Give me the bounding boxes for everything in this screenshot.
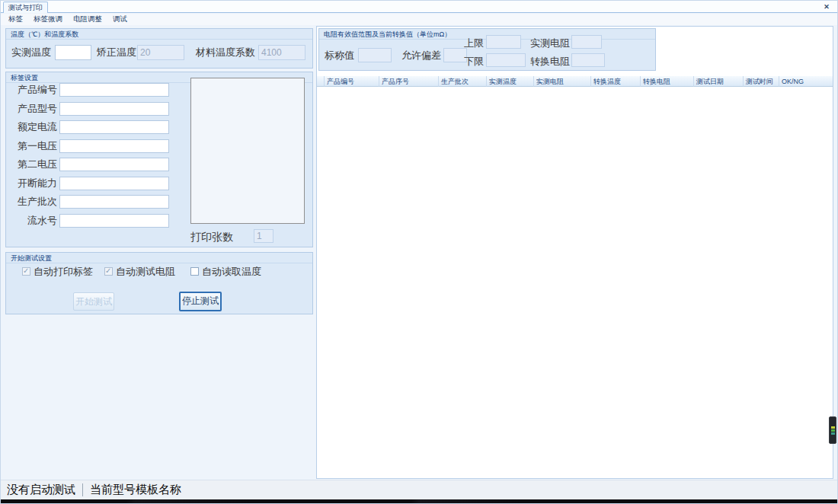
col-production-batch[interactable]: 生产批次 [439,76,487,87]
results-table-body [317,87,833,478]
material-coefficient-input [258,45,305,60]
title-strip: 测试与打印 ✕ [1,1,838,13]
product-model-input[interactable] [59,102,169,116]
temperature-group: 温度（℃）和温度系数 实测温度 矫正温度 材料温度系数 [5,28,313,69]
indicator-segment-green [831,429,835,432]
breaking-capacity-label: 开断能力 [10,177,57,190]
auto-test-resistance-checkbox [104,267,113,276]
auto-read-temp-checkbox[interactable] [190,267,199,276]
start-test-button: 开始测试 [73,292,114,311]
first-voltage-input[interactable] [59,139,169,153]
col-test-date[interactable]: 测试日期 [694,76,744,87]
col-product-number[interactable]: 产品编号 [325,76,379,87]
product-number-label: 产品编号 [10,83,57,97]
auto-print-label: 自动打印标签 [34,265,93,279]
serial-number-label: 流水号 [10,214,57,228]
converted-resistance-label: 转换电阻 [530,56,570,68]
product-number-input[interactable] [59,83,169,97]
col-product-serial[interactable]: 产品序号 [379,76,439,87]
resistance-range-group: 电阻有效值范围及当前转换值（单位mΩ） 标称值 允许偏差 上限 下限 实测电阻 … [318,28,656,71]
auto-print-checkbox [22,267,30,276]
measured-resistance-label: 实测电阻 [530,37,570,49]
corrected-temp-input [137,45,184,60]
first-voltage-label: 第一电压 [10,139,57,153]
auto-read-temp-label: 自动读取温度 [202,265,261,279]
stop-test-button[interactable]: 停止测试 [179,292,222,311]
menu-bar: 标签 标签微调 电阻调整 调试 [1,14,838,25]
second-voltage-input[interactable] [59,158,169,171]
close-icon[interactable]: ✕ [822,2,831,11]
tab-test-and-print[interactable]: 测试与打印 [3,2,48,13]
col-converted-resistance[interactable]: 转换电阻 [641,76,694,87]
nominal-value-input[interactable] [358,48,392,62]
breaking-capacity-input[interactable] [59,177,169,190]
menu-item-debug[interactable]: 调试 [111,14,129,24]
lower-limit-label: 下限 [464,56,484,68]
upper-limit-input[interactable] [486,35,521,49]
side-indicator-widget[interactable] [829,416,836,444]
col-test-time[interactable]: 测试时间 [744,76,779,87]
col-converted-temp[interactable]: 转换温度 [591,76,641,87]
test-results-panel: 电阻有效值范围及当前转换值（单位mΩ） 标称值 允许偏差 上限 下限 实测电阻 … [316,26,833,479]
corrected-temp-label: 矫正温度 [97,45,136,60]
indicator-segment-yellow [831,426,835,429]
label-settings-group: 标签设置 产品编号 产品型号 额定电流 第一电压 第二电压 开断能力 生产批次 … [5,72,313,247]
status-separator [82,483,83,496]
rated-current-label: 额定电流 [10,120,57,134]
menu-item-label[interactable]: 标签 [7,14,24,24]
start-test-title: 开始测试设置 [6,253,312,263]
measured-resistance-input [571,35,602,49]
rated-current-input[interactable] [59,120,169,134]
measured-temp-input[interactable] [55,45,91,60]
results-table-header: 产品编号 产品序号 生产批次 实测温度 实测电阻 转换温度 转换电阻 测试日期 … [317,76,833,87]
production-batch-input[interactable] [59,195,169,209]
print-count-label: 打印张数 [190,229,233,244]
upper-limit-label: 上限 [464,37,484,49]
col-measured-temp[interactable]: 实测温度 [487,76,534,87]
nominal-value-label: 标称值 [325,49,354,62]
measured-temp-label: 实测温度 [11,45,51,60]
col-measured-resistance[interactable]: 实测电阻 [534,76,591,87]
col-ok-ng[interactable]: OK/NG [779,76,833,87]
start-test-group: 开始测试设置 自动打印标签 自动测试电阻 自动读取温度 开始测试 停止测试 [5,252,313,314]
row-selector-header [317,76,325,87]
taskbar-edge [1,499,838,504]
menu-item-label-finetune[interactable]: 标签微调 [32,14,64,24]
label-preview-box [190,78,305,224]
tab-label: 测试与打印 [8,4,43,11]
second-voltage-label: 第二电压 [10,158,57,171]
production-batch-label: 生产批次 [10,195,57,209]
auto-test-resistance-label: 自动测试电阻 [116,265,175,279]
lower-limit-input[interactable] [486,53,526,67]
print-count-input [254,229,273,243]
status-template-name: 当前型号模板名称 [90,483,181,497]
menu-item-resistance-adjust[interactable]: 电阻调整 [72,14,104,24]
allowed-deviation-label: 允许偏差 [401,49,441,62]
serial-number-input[interactable] [59,214,169,228]
product-model-label: 产品型号 [10,102,57,116]
status-test-state: 没有启动测试 [7,483,75,497]
status-bar: 没有启动测试 当前型号模板名称 [1,480,838,499]
material-coefficient-label: 材料温度系数 [196,45,255,60]
converted-resistance-input [571,53,605,67]
indicator-segment-teal [831,432,835,435]
temperature-group-title: 温度（℃）和温度系数 [6,29,312,40]
